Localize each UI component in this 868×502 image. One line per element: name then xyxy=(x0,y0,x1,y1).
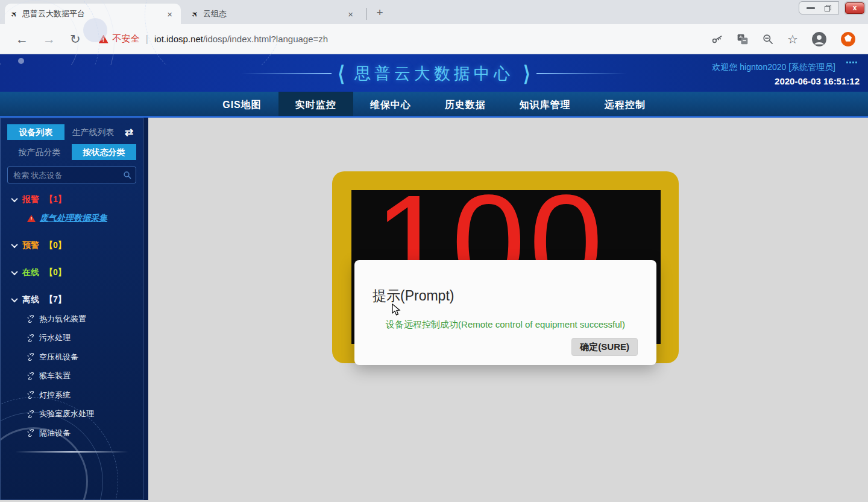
list-item[interactable]: 隔油设备 xyxy=(27,428,136,439)
title-decor-bracket-left: ⟨ xyxy=(338,63,345,84)
alarm-device-link[interactable]: 废气处理数据采集 xyxy=(40,213,107,224)
device-name: 空压机设备 xyxy=(39,352,78,363)
main-area: 100 提示(Prompt) 设备远程控制成功(Remote control o… xyxy=(148,118,868,500)
toolbar-icons: ☆ xyxy=(711,31,856,47)
sidebar-divider xyxy=(15,451,128,453)
nav-item-remote-control[interactable]: 远程控制 xyxy=(588,92,662,116)
tree-group-offline[interactable]: 离线 【7】 xyxy=(7,294,136,305)
group-count: 【1】 xyxy=(45,194,66,205)
header-datetime: 2020-06-03 16:51:12 xyxy=(775,76,860,86)
new-tab-button[interactable]: + xyxy=(372,5,388,21)
sidebar-scrollbar[interactable] xyxy=(143,118,148,500)
extension-badge-icon[interactable] xyxy=(840,31,856,47)
swap-icon[interactable]: ⇄ xyxy=(122,126,136,139)
restore-icon[interactable] xyxy=(825,5,831,11)
url-path: /idosp/index.html?language=zh xyxy=(203,34,328,44)
tab-close-icon[interactable]: × xyxy=(345,9,356,19)
browser-toolbar: ← → ↻ ! 不安全 | iot.idosp.net /idosp/index… xyxy=(0,24,868,54)
unlink-icon xyxy=(27,315,35,323)
chevron-down-icon[interactable] xyxy=(11,268,17,275)
not-secure-warning-icon: ! xyxy=(99,35,108,43)
address-bar[interactable]: ! 不安全 | iot.idosp.net /idosp/index.html?… xyxy=(99,33,711,45)
nav-item-realtime-monitor[interactable]: 实时监控 xyxy=(278,92,353,116)
device-search-input[interactable] xyxy=(7,167,136,183)
list-item[interactable]: 空压机设备 xyxy=(27,352,136,363)
minimize-icon[interactable] xyxy=(807,7,815,9)
page: ✈ 思普云大数据平台 × ✈ 云组态 × + x ← → ↻ ! 不安全 | i… xyxy=(0,0,868,502)
chevron-down-icon[interactable] xyxy=(11,241,17,248)
user-menu-list-icon[interactable] xyxy=(846,62,858,72)
url-host: iot.idosp.net xyxy=(154,34,203,44)
browser-tab-inactive[interactable]: ✈ 云组态 × xyxy=(186,4,362,24)
zoom-icon[interactable] xyxy=(762,33,774,45)
content: 设备列表 生产线列表 ⇄ 按产品分类 按状态分类 报警 【1】 ! xyxy=(0,118,868,500)
list-item[interactable]: 猴车装置 xyxy=(27,370,136,381)
group-label: 离线 xyxy=(22,294,39,305)
nav-item-maintenance[interactable]: 维保中心 xyxy=(353,92,428,116)
list-item[interactable]: 污水处理 xyxy=(27,332,136,343)
title-decor-bracket-right: ⟩ xyxy=(523,63,530,84)
sure-button[interactable]: 确定(SURE) xyxy=(571,338,638,356)
alarm-device-row[interactable]: ! 废气处理数据采集 xyxy=(27,213,136,224)
tree-group-alarm[interactable]: 报警 【1】 xyxy=(7,194,136,205)
unlink-icon xyxy=(27,391,35,399)
search-icon[interactable] xyxy=(123,171,132,180)
chevron-down-icon[interactable] xyxy=(11,296,17,302)
sidebar-list-tabs: 设备列表 生产线列表 ⇄ xyxy=(7,124,136,140)
title-decor-line xyxy=(536,73,627,74)
tab-device-list[interactable]: 设备列表 xyxy=(7,124,64,140)
group-label: 在线 xyxy=(22,267,39,278)
list-item[interactable]: 灯控系统 xyxy=(27,390,136,401)
unlink-icon xyxy=(27,353,35,361)
tree-group-online[interactable]: 在线 【0】 xyxy=(7,267,136,278)
group-label: 报警 xyxy=(22,194,39,205)
tree-group-warn[interactable]: 预警 【0】 xyxy=(7,240,136,251)
list-item[interactable]: 实验室废水处理 xyxy=(27,408,136,419)
password-key-icon[interactable] xyxy=(711,33,723,45)
window-controls: x xyxy=(799,1,864,14)
device-name: 隔油设备 xyxy=(39,428,71,439)
site-favicon-icon: ✈ xyxy=(189,8,200,19)
prompt-dialog: 提示(Prompt) 设备远程控制成功(Remote control of eq… xyxy=(354,260,656,365)
tab-production-line-list[interactable]: 生产线列表 xyxy=(64,124,122,140)
group-count: 【0】 xyxy=(45,267,66,278)
device-name: 热力氧化装置 xyxy=(39,314,86,325)
reload-icon[interactable]: ↻ xyxy=(70,32,81,46)
nav-item-gis[interactable]: GIS地图 xyxy=(206,92,278,116)
tab-by-product[interactable]: 按产品分类 xyxy=(7,144,72,160)
welcome-user-label: 欢迎您 hignton2020 [系统管理员] xyxy=(712,62,835,73)
list-item[interactable]: 热力氧化装置 xyxy=(27,314,136,325)
forward-icon[interactable]: → xyxy=(43,32,55,46)
nav-item-history[interactable]: 历史数据 xyxy=(428,92,503,116)
tab-by-status[interactable]: 按状态分类 xyxy=(72,144,136,160)
offline-device-list: 热力氧化装置 污水处理 空压机设备 猴车装置 xyxy=(27,314,136,439)
profile-avatar-icon[interactable] xyxy=(811,31,827,47)
device-name: 灯控系统 xyxy=(39,390,71,401)
dialog-message: 设备远程控制成功(Remote control of equipment suc… xyxy=(354,319,656,331)
back-icon[interactable]: ← xyxy=(16,32,28,46)
device-name: 实验室废水处理 xyxy=(39,408,94,419)
alarm-warning-icon: ! xyxy=(27,215,36,222)
tab-title: 思普云大数据平台 xyxy=(22,8,165,19)
translate-icon[interactable] xyxy=(737,33,749,45)
device-name: 污水处理 xyxy=(39,332,71,343)
tab-separator xyxy=(366,8,367,20)
group-count: 【7】 xyxy=(45,294,66,305)
tab-close-icon[interactable]: × xyxy=(165,9,175,19)
chevron-down-icon[interactable] xyxy=(11,195,17,202)
window-controls-box xyxy=(799,1,839,14)
app-title: 思普云大数据中心 xyxy=(354,63,514,84)
bookmark-star-icon[interactable]: ☆ xyxy=(787,33,798,45)
unlink-icon xyxy=(27,410,35,418)
device-status-tree: 报警 【1】 ! 废气处理数据采集 预警 【0】 在线 【0】 xyxy=(7,194,136,453)
not-secure-label[interactable]: 不安全 xyxy=(113,33,140,45)
unlink-icon xyxy=(27,372,35,380)
main-nav: GIS地图 实时监控 维保中心 历史数据 知识库管理 远程控制 xyxy=(0,92,868,118)
browser-tab-active[interactable]: ✈ 思普云大数据平台 × xyxy=(5,4,181,24)
group-count: 【0】 xyxy=(45,240,66,251)
site-favicon-icon: ✈ xyxy=(8,8,19,19)
close-icon[interactable]: x xyxy=(845,2,864,14)
dialog-title: 提示(Prompt) xyxy=(373,287,454,305)
nav-item-knowledge[interactable]: 知识库管理 xyxy=(503,92,588,116)
sidebar-classify-tabs: 按产品分类 按状态分类 xyxy=(7,144,136,160)
